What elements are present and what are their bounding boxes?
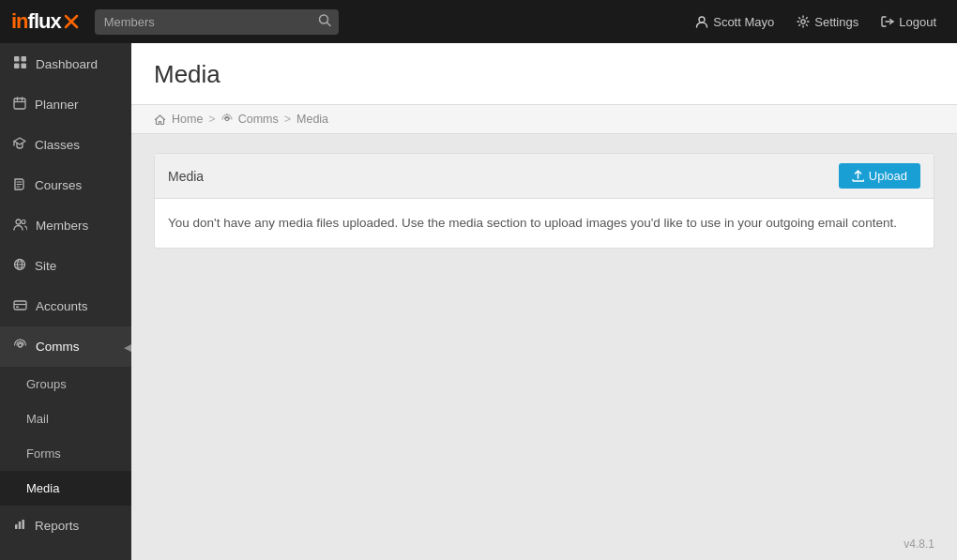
svg-point-4 xyxy=(699,17,705,23)
sidebar-sub-item-groups[interactable]: Groups xyxy=(0,367,131,401)
accounts-svg xyxy=(13,298,27,311)
sidebar-sub-label-forms: Forms xyxy=(26,446,61,461)
version-label: v4.8.1 xyxy=(131,528,957,560)
svg-point-28 xyxy=(19,343,23,347)
members-svg xyxy=(13,218,27,231)
media-card-header: Media Upload xyxy=(155,154,934,199)
sidebar-label-accounts: Accounts xyxy=(36,299,88,313)
classes-icon xyxy=(13,137,26,153)
logout-label: Logout xyxy=(899,15,936,29)
svg-point-18 xyxy=(16,219,21,224)
sidebar-sub-item-media[interactable]: Media xyxy=(0,471,131,506)
breadcrumb-comms-icon xyxy=(221,114,233,125)
sidebar-sub-label-mail: Mail xyxy=(26,412,49,426)
svg-rect-30 xyxy=(19,522,22,529)
sidebar-sub-label-media: Media xyxy=(26,481,59,495)
logo-wordmark: flux xyxy=(28,9,61,33)
svg-point-19 xyxy=(22,220,25,224)
search-wrap xyxy=(95,9,339,35)
upload-label: Upload xyxy=(869,169,907,183)
upload-icon xyxy=(852,170,864,182)
sidebar-label-site: Site xyxy=(35,259,56,273)
page-title: Media xyxy=(154,60,934,89)
user-label: Scott Mayo xyxy=(713,15,774,29)
sidebar-sub-item-forms[interactable]: Forms xyxy=(0,436,131,471)
breadcrumb-sep-1: > xyxy=(208,113,215,126)
breadcrumb-home[interactable]: Home xyxy=(172,113,203,126)
logout-button[interactable]: Logout xyxy=(872,9,946,35)
settings-button[interactable]: Settings xyxy=(787,9,868,35)
svg-rect-11 xyxy=(14,98,25,109)
logo-icon: in xyxy=(11,9,28,33)
courses-icon xyxy=(13,177,26,193)
comms-icon xyxy=(13,339,27,355)
sidebar-item-comms[interactable]: Comms ◀ xyxy=(0,326,131,367)
sidebar-sub-label-groups: Groups xyxy=(26,377,67,391)
svg-rect-9 xyxy=(14,64,20,69)
breadcrumb-current: Media xyxy=(296,113,328,126)
home-icon xyxy=(154,114,166,126)
svg-point-32 xyxy=(225,117,228,120)
comms-svg xyxy=(13,339,27,352)
dashboard-svg xyxy=(13,55,27,69)
logout-icon xyxy=(881,15,894,28)
main-content-area: Media Home > Comms > Media Media xyxy=(131,43,957,560)
courses-svg xyxy=(13,177,26,190)
sidebar-label-comms: Comms xyxy=(36,340,80,354)
svg-rect-27 xyxy=(16,307,19,309)
top-nav: influx Scott Mayo xyxy=(0,0,957,43)
reports-svg xyxy=(13,518,26,531)
sidebar-item-members[interactable]: Members xyxy=(0,205,131,246)
svg-rect-31 xyxy=(23,520,25,529)
planner-svg xyxy=(13,97,26,110)
sidebar: Dashboard Planner Classes xyxy=(0,43,131,560)
search-icon xyxy=(318,14,331,27)
svg-rect-7 xyxy=(14,56,20,62)
sidebar-item-courses[interactable]: Courses xyxy=(0,165,131,205)
classes-svg xyxy=(13,137,26,150)
user-icon xyxy=(695,15,708,28)
sidebar-label-members: Members xyxy=(36,219,88,233)
logo-cross-icon xyxy=(63,13,80,30)
sidebar-item-accounts[interactable]: Accounts xyxy=(0,286,131,326)
logo-text: influx xyxy=(11,9,61,34)
sidebar-label-dashboard: Dashboard xyxy=(36,57,98,71)
logo: influx xyxy=(11,9,80,34)
svg-rect-8 xyxy=(22,56,27,62)
sidebar-item-site[interactable]: Site xyxy=(0,246,131,286)
layout: Dashboard Planner Classes xyxy=(0,43,957,560)
svg-rect-29 xyxy=(15,524,18,529)
user-button[interactable]: Scott Mayo xyxy=(686,9,783,35)
media-card-title: Media xyxy=(168,169,204,184)
sidebar-item-dashboard[interactable]: Dashboard xyxy=(0,43,131,84)
accounts-icon xyxy=(13,298,27,314)
main-content: Media Upload You don't have any media fi… xyxy=(131,134,957,528)
search-button[interactable] xyxy=(318,14,331,30)
sidebar-label-courses: Courses xyxy=(35,178,82,192)
upload-button[interactable]: Upload xyxy=(839,163,920,189)
svg-rect-25 xyxy=(14,301,26,310)
sidebar-label-classes: Classes xyxy=(35,138,80,152)
sidebar-item-planner[interactable]: Planner xyxy=(0,84,131,125)
media-card-body: You don't have any media files uploaded.… xyxy=(155,199,934,248)
svg-line-3 xyxy=(327,23,330,26)
sidebar-item-classes[interactable]: Classes xyxy=(0,125,131,165)
settings-label: Settings xyxy=(814,15,858,29)
breadcrumb-sep-2: > xyxy=(284,113,291,126)
sidebar-label-planner: Planner xyxy=(35,98,79,112)
sidebar-item-reports[interactable]: Reports xyxy=(0,506,131,546)
nav-right: Scott Mayo Settings Logout xyxy=(686,9,946,35)
reports-icon xyxy=(13,518,26,534)
svg-point-5 xyxy=(801,20,805,23)
members-icon xyxy=(13,218,27,234)
sidebar-sub-item-mail[interactable]: Mail xyxy=(0,401,131,436)
media-card: Media Upload You don't have any media fi… xyxy=(154,153,934,249)
media-empty-message: You don't have any media files uploaded.… xyxy=(168,214,920,233)
sidebar-label-reports: Reports xyxy=(35,519,79,533)
planner-icon xyxy=(13,97,26,113)
comms-arrow-icon: ◀ xyxy=(124,341,131,353)
breadcrumb-comms[interactable]: Comms xyxy=(238,113,279,126)
search-input[interactable] xyxy=(95,9,339,35)
dashboard-icon xyxy=(13,55,27,72)
page-header: Media xyxy=(131,43,957,105)
